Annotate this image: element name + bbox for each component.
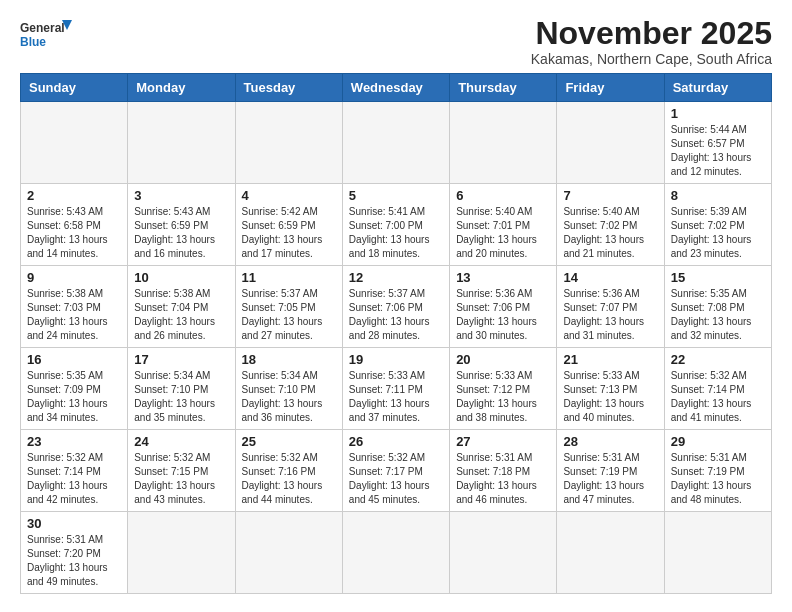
day-info: Sunrise: 5:37 AM Sunset: 7:05 PM Dayligh… <box>242 287 336 343</box>
day-number: 6 <box>456 188 550 203</box>
calendar-day-cell: 19Sunrise: 5:33 AM Sunset: 7:11 PM Dayli… <box>342 348 449 430</box>
day-info: Sunrise: 5:39 AM Sunset: 7:02 PM Dayligh… <box>671 205 765 261</box>
calendar-day-cell: 15Sunrise: 5:35 AM Sunset: 7:08 PM Dayli… <box>664 266 771 348</box>
day-number: 10 <box>134 270 228 285</box>
day-number: 9 <box>27 270 121 285</box>
calendar-day-cell <box>450 512 557 594</box>
day-number: 30 <box>27 516 121 531</box>
calendar-day-cell: 1Sunrise: 5:44 AM Sunset: 6:57 PM Daylig… <box>664 102 771 184</box>
calendar-header-thursday: Thursday <box>450 74 557 102</box>
calendar-week-row-6: 30Sunrise: 5:31 AM Sunset: 7:20 PM Dayli… <box>21 512 772 594</box>
calendar-day-cell <box>450 102 557 184</box>
day-info: Sunrise: 5:37 AM Sunset: 7:06 PM Dayligh… <box>349 287 443 343</box>
day-info: Sunrise: 5:43 AM Sunset: 6:59 PM Dayligh… <box>134 205 228 261</box>
day-info: Sunrise: 5:32 AM Sunset: 7:15 PM Dayligh… <box>134 451 228 507</box>
calendar-day-cell: 21Sunrise: 5:33 AM Sunset: 7:13 PM Dayli… <box>557 348 664 430</box>
day-number: 2 <box>27 188 121 203</box>
calendar-day-cell: 25Sunrise: 5:32 AM Sunset: 7:16 PM Dayli… <box>235 430 342 512</box>
calendar-day-cell: 23Sunrise: 5:32 AM Sunset: 7:14 PM Dayli… <box>21 430 128 512</box>
day-number: 29 <box>671 434 765 449</box>
day-number: 14 <box>563 270 657 285</box>
calendar-day-cell: 10Sunrise: 5:38 AM Sunset: 7:04 PM Dayli… <box>128 266 235 348</box>
day-number: 28 <box>563 434 657 449</box>
calendar-day-cell: 8Sunrise: 5:39 AM Sunset: 7:02 PM Daylig… <box>664 184 771 266</box>
day-number: 5 <box>349 188 443 203</box>
day-number: 22 <box>671 352 765 367</box>
calendar-day-cell <box>235 102 342 184</box>
day-info: Sunrise: 5:32 AM Sunset: 7:14 PM Dayligh… <box>27 451 121 507</box>
day-number: 19 <box>349 352 443 367</box>
day-info: Sunrise: 5:38 AM Sunset: 7:04 PM Dayligh… <box>134 287 228 343</box>
day-number: 20 <box>456 352 550 367</box>
day-number: 1 <box>671 106 765 121</box>
svg-text:Blue: Blue <box>20 35 46 49</box>
calendar-header-monday: Monday <box>128 74 235 102</box>
day-info: Sunrise: 5:42 AM Sunset: 6:59 PM Dayligh… <box>242 205 336 261</box>
calendar-day-cell: 27Sunrise: 5:31 AM Sunset: 7:18 PM Dayli… <box>450 430 557 512</box>
month-title: November 2025 <box>531 16 772 51</box>
svg-text:General: General <box>20 21 65 35</box>
calendar-day-cell: 9Sunrise: 5:38 AM Sunset: 7:03 PM Daylig… <box>21 266 128 348</box>
calendar-day-cell: 20Sunrise: 5:33 AM Sunset: 7:12 PM Dayli… <box>450 348 557 430</box>
calendar-day-cell <box>342 102 449 184</box>
calendar-day-cell <box>128 102 235 184</box>
day-info: Sunrise: 5:34 AM Sunset: 7:10 PM Dayligh… <box>242 369 336 425</box>
calendar-day-cell: 28Sunrise: 5:31 AM Sunset: 7:19 PM Dayli… <box>557 430 664 512</box>
day-number: 17 <box>134 352 228 367</box>
day-info: Sunrise: 5:32 AM Sunset: 7:16 PM Dayligh… <box>242 451 336 507</box>
day-info: Sunrise: 5:32 AM Sunset: 7:14 PM Dayligh… <box>671 369 765 425</box>
day-number: 23 <box>27 434 121 449</box>
logo: General Blue <box>20 16 72 56</box>
calendar-day-cell: 17Sunrise: 5:34 AM Sunset: 7:10 PM Dayli… <box>128 348 235 430</box>
calendar-week-row-4: 16Sunrise: 5:35 AM Sunset: 7:09 PM Dayli… <box>21 348 772 430</box>
calendar-week-row-5: 23Sunrise: 5:32 AM Sunset: 7:14 PM Dayli… <box>21 430 772 512</box>
calendar-header-friday: Friday <box>557 74 664 102</box>
day-info: Sunrise: 5:40 AM Sunset: 7:01 PM Dayligh… <box>456 205 550 261</box>
calendar-day-cell <box>235 512 342 594</box>
day-info: Sunrise: 5:31 AM Sunset: 7:18 PM Dayligh… <box>456 451 550 507</box>
calendar-day-cell: 12Sunrise: 5:37 AM Sunset: 7:06 PM Dayli… <box>342 266 449 348</box>
day-info: Sunrise: 5:36 AM Sunset: 7:07 PM Dayligh… <box>563 287 657 343</box>
day-number: 16 <box>27 352 121 367</box>
day-info: Sunrise: 5:33 AM Sunset: 7:12 PM Dayligh… <box>456 369 550 425</box>
calendar-table: SundayMondayTuesdayWednesdayThursdayFrid… <box>20 73 772 594</box>
day-number: 18 <box>242 352 336 367</box>
calendar-day-cell: 13Sunrise: 5:36 AM Sunset: 7:06 PM Dayli… <box>450 266 557 348</box>
day-info: Sunrise: 5:40 AM Sunset: 7:02 PM Dayligh… <box>563 205 657 261</box>
calendar-day-cell: 5Sunrise: 5:41 AM Sunset: 7:00 PM Daylig… <box>342 184 449 266</box>
day-info: Sunrise: 5:35 AM Sunset: 7:09 PM Dayligh… <box>27 369 121 425</box>
calendar-day-cell: 2Sunrise: 5:43 AM Sunset: 6:58 PM Daylig… <box>21 184 128 266</box>
day-number: 7 <box>563 188 657 203</box>
day-info: Sunrise: 5:41 AM Sunset: 7:00 PM Dayligh… <box>349 205 443 261</box>
day-number: 24 <box>134 434 228 449</box>
day-info: Sunrise: 5:31 AM Sunset: 7:19 PM Dayligh… <box>563 451 657 507</box>
calendar-day-cell: 26Sunrise: 5:32 AM Sunset: 7:17 PM Dayli… <box>342 430 449 512</box>
day-number: 15 <box>671 270 765 285</box>
day-info: Sunrise: 5:43 AM Sunset: 6:58 PM Dayligh… <box>27 205 121 261</box>
calendar-day-cell: 14Sunrise: 5:36 AM Sunset: 7:07 PM Dayli… <box>557 266 664 348</box>
calendar-day-cell: 4Sunrise: 5:42 AM Sunset: 6:59 PM Daylig… <box>235 184 342 266</box>
day-info: Sunrise: 5:31 AM Sunset: 7:19 PM Dayligh… <box>671 451 765 507</box>
day-info: Sunrise: 5:32 AM Sunset: 7:17 PM Dayligh… <box>349 451 443 507</box>
calendar-header-wednesday: Wednesday <box>342 74 449 102</box>
day-number: 11 <box>242 270 336 285</box>
calendar-header-saturday: Saturday <box>664 74 771 102</box>
calendar-day-cell <box>557 102 664 184</box>
calendar-day-cell: 11Sunrise: 5:37 AM Sunset: 7:05 PM Dayli… <box>235 266 342 348</box>
calendar-header-sunday: Sunday <box>21 74 128 102</box>
calendar-header-tuesday: Tuesday <box>235 74 342 102</box>
calendar-day-cell: 29Sunrise: 5:31 AM Sunset: 7:19 PM Dayli… <box>664 430 771 512</box>
day-number: 21 <box>563 352 657 367</box>
calendar-day-cell: 30Sunrise: 5:31 AM Sunset: 7:20 PM Dayli… <box>21 512 128 594</box>
location-subtitle: Kakamas, Northern Cape, South Africa <box>531 51 772 67</box>
calendar-day-cell: 24Sunrise: 5:32 AM Sunset: 7:15 PM Dayli… <box>128 430 235 512</box>
day-number: 4 <box>242 188 336 203</box>
calendar-week-row-1: 1Sunrise: 5:44 AM Sunset: 6:57 PM Daylig… <box>21 102 772 184</box>
calendar-day-cell <box>342 512 449 594</box>
calendar-day-cell: 3Sunrise: 5:43 AM Sunset: 6:59 PM Daylig… <box>128 184 235 266</box>
calendar-day-cell: 6Sunrise: 5:40 AM Sunset: 7:01 PM Daylig… <box>450 184 557 266</box>
day-info: Sunrise: 5:33 AM Sunset: 7:11 PM Dayligh… <box>349 369 443 425</box>
day-info: Sunrise: 5:34 AM Sunset: 7:10 PM Dayligh… <box>134 369 228 425</box>
calendar-day-cell <box>21 102 128 184</box>
day-info: Sunrise: 5:44 AM Sunset: 6:57 PM Dayligh… <box>671 123 765 179</box>
